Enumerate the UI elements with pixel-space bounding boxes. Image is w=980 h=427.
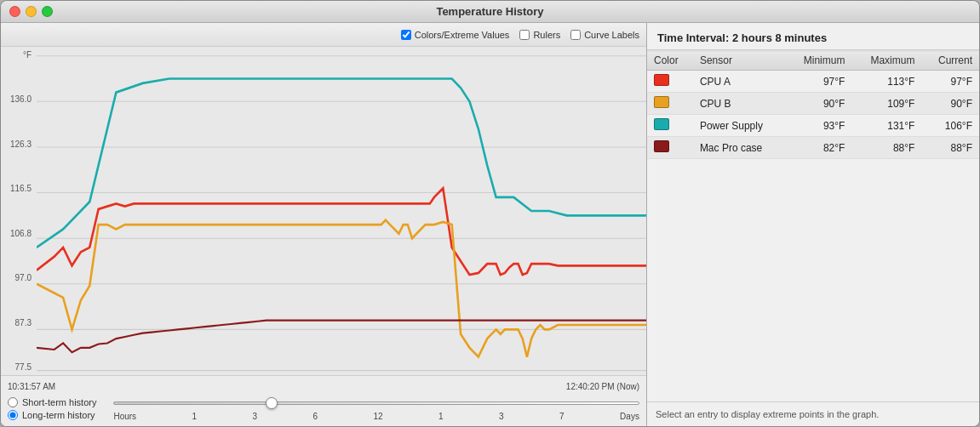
maximize-button[interactable] — [42, 6, 53, 17]
sensor-row-2[interactable]: Power Supply 93°F 131°F 106°F — [647, 115, 979, 137]
sensor-min-0: 97°F — [785, 71, 851, 93]
history-controls: Short-term history Long-term history — [8, 396, 639, 421]
col-minimum: Minimum — [785, 51, 851, 71]
main-window: Temperature History Colors/Extreme Value… — [0, 0, 980, 427]
long-term-radio[interactable]: Long-term history — [8, 410, 96, 420]
color-swatch-1 — [654, 96, 669, 108]
col-current: Current — [921, 51, 979, 71]
sensor-min-1: 90°F — [785, 93, 851, 115]
sensor-max-2: 131°F — [851, 115, 921, 137]
info-footer: Select an entry to display extreme point… — [647, 401, 979, 426]
chart-toolbar: Colors/Extreme Values Rulers Curve Label… — [1, 23, 646, 47]
sensor-table: Color Sensor Minimum Maximum Current CPU… — [647, 50, 979, 159]
sensor-name-3: Mac Pro case — [693, 137, 786, 159]
chart-area: °F 136.0 126.3 116.5 106.8 97.0 87.3 77.… — [1, 47, 646, 375]
traffic-lights — [9, 6, 53, 17]
sensor-color-0 — [647, 71, 693, 93]
sensor-color-3 — [647, 137, 693, 159]
sensor-name-2: Power Supply — [693, 115, 786, 137]
window-title: Temperature History — [436, 5, 543, 18]
sensor-min-2: 93°F — [785, 115, 851, 137]
sensor-max-3: 88°F — [851, 137, 921, 159]
sensor-name-1: CPU B — [693, 93, 786, 115]
col-sensor: Sensor — [693, 51, 786, 71]
slider-container: Hours 1 3 6 12 1 3 7 Days — [113, 396, 639, 421]
slider-labels: Hours 1 3 6 12 1 3 7 Days — [113, 412, 639, 421]
content-area: Colors/Extreme Values Rulers Curve Label… — [1, 23, 979, 426]
info-panel: Time Interval: 2 hours 8 minutes Color S… — [647, 23, 979, 426]
y-axis: °F 136.0 126.3 116.5 106.8 97.0 87.3 77.… — [1, 47, 35, 375]
power-supply-line — [37, 79, 646, 248]
chart-svg — [37, 47, 646, 375]
rulers-checkbox[interactable]: Rulers — [519, 30, 560, 40]
time-interval-header: Time Interval: 2 hours 8 minutes — [647, 23, 979, 50]
chart-panel: Colors/Extreme Values Rulers Curve Label… — [1, 23, 647, 426]
sensor-max-0: 113°F — [851, 71, 921, 93]
color-swatch-0 — [654, 74, 669, 86]
sensor-row-0[interactable]: CPU A 97°F 113°F 97°F — [647, 71, 979, 93]
col-maximum: Maximum — [851, 51, 921, 71]
sensor-current-2: 106°F — [921, 115, 979, 137]
titlebar: Temperature History — [1, 1, 979, 23]
color-swatch-3 — [654, 140, 669, 152]
history-radio-group: Short-term history Long-term history — [8, 397, 96, 420]
curve-labels-checkbox[interactable]: Curve Labels — [570, 30, 639, 40]
sensor-row-3[interactable]: Mac Pro case 82°F 88°F 88°F — [647, 137, 979, 159]
time-axis: 10:31:57 AM 12:40:20 PM (Now) — [8, 382, 639, 391]
sensor-current-3: 88°F — [921, 137, 979, 159]
color-swatch-2 — [654, 118, 669, 130]
close-button[interactable] — [9, 6, 20, 17]
chart-inner — [37, 47, 646, 375]
sensor-max-1: 109°F — [851, 93, 921, 115]
sensor-current-0: 97°F — [921, 71, 979, 93]
mac-pro-case-line — [37, 321, 646, 353]
slider-thumb[interactable] — [266, 397, 278, 409]
short-term-radio[interactable]: Short-term history — [8, 397, 96, 407]
sensor-min-3: 82°F — [785, 137, 851, 159]
sensor-row-1[interactable]: CPU B 90°F 109°F 90°F — [647, 93, 979, 115]
sensor-name-0: CPU A — [693, 71, 786, 93]
sensor-color-2 — [647, 115, 693, 137]
minimize-button[interactable] — [26, 6, 37, 17]
colors-extreme-checkbox[interactable]: Colors/Extreme Values — [401, 30, 510, 40]
slider-track[interactable] — [113, 396, 639, 410]
chart-bottom: 10:31:57 AM 12:40:20 PM (Now) Short-term… — [1, 375, 646, 426]
sensor-current-1: 90°F — [921, 93, 979, 115]
col-color: Color — [647, 51, 693, 71]
cpu-a-line — [37, 188, 646, 275]
slider-bar — [113, 401, 639, 405]
sensor-color-1 — [647, 93, 693, 115]
